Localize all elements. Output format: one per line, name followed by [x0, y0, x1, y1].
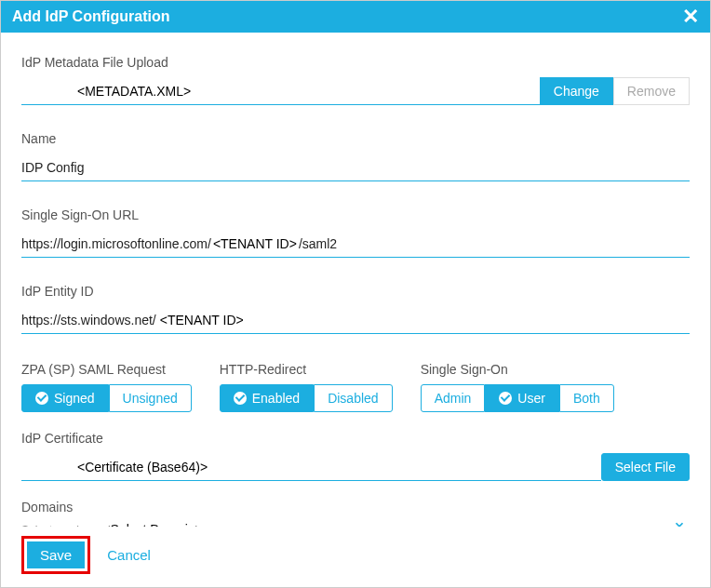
metadata-buttons: Change Remove	[540, 77, 690, 105]
modal-scroll[interactable]: IdP Metadata File Upload <METADATA.XML> …	[1, 33, 710, 527]
domains-select-label: Select a value	[21, 524, 91, 527]
http-disabled-button[interactable]: Disabled	[314, 384, 392, 412]
chevron-down-icon	[673, 518, 686, 527]
certificate-label: IdP Certificate	[21, 431, 690, 446]
idp-config-modal: Add IdP Configuration ✕ IdP Metadata Fil…	[0, 0, 711, 588]
sso-user-button[interactable]: User	[485, 384, 559, 412]
entity-id-placeholder: <TENANT ID>	[160, 313, 244, 327]
http-enabled-button[interactable]: Enabled	[220, 384, 314, 412]
certificate-value: <Certificate (Base64)>	[77, 460, 208, 474]
saml-request-toggle: Signed Unsigned	[21, 384, 192, 412]
check-icon	[234, 392, 247, 405]
toggle-row: ZPA (SP) SAML Request Signed Unsigned HT…	[21, 362, 690, 412]
modal-header: Add IdP Configuration ✕	[1, 1, 710, 33]
name-field[interactable]: IDP Config	[21, 154, 690, 181]
entity-id-prefix: https://sts.windows.net/	[21, 313, 156, 327]
sso-url-value: https://login.microsoftonline.com/ <TENA…	[21, 236, 337, 251]
domains-placeholder: <Select Domain>	[102, 522, 202, 527]
sso-url-field[interactable]: https://login.microsoftonline.com/ <TENA…	[21, 230, 690, 258]
single-signon-col: Single Sign-On Admin User Both	[421, 362, 614, 412]
metadata-file-row: <METADATA.XML> Change Remove	[21, 77, 690, 105]
sso-url-suffix: /saml2	[299, 236, 337, 251]
metadata-label: IdP Metadata File Upload	[21, 55, 690, 70]
saml-request-label: ZPA (SP) SAML Request	[21, 362, 192, 377]
http-redirect-toggle: Enabled Disabled	[220, 384, 393, 412]
sso-url-placeholder: <TENANT ID>	[213, 236, 297, 251]
remove-button[interactable]: Remove	[613, 77, 690, 105]
cancel-button[interactable]: Cancel	[107, 547, 151, 563]
sso-user-label: User	[517, 391, 545, 406]
sso-both-button[interactable]: Both	[559, 384, 614, 412]
single-signon-label: Single Sign-On	[421, 362, 614, 377]
close-icon[interactable]: ✕	[682, 5, 699, 29]
save-highlight: Save	[21, 536, 90, 574]
select-file-button[interactable]: Select File	[601, 453, 690, 481]
name-value: IDP Config	[21, 160, 84, 175]
check-icon	[499, 392, 512, 405]
metadata-filename: <METADATA.XML>	[77, 84, 191, 99]
http-redirect-label: HTTP-Redirect	[220, 362, 393, 377]
http-redirect-col: HTTP-Redirect Enabled Disabled	[220, 362, 393, 412]
saml-signed-button[interactable]: Signed	[21, 384, 109, 412]
name-label: Name	[21, 131, 690, 146]
domains-select[interactable]: Select a value <Select Domain>	[21, 522, 690, 527]
change-button[interactable]: Change	[540, 77, 613, 105]
certificate-field: <Certificate (Base64)>	[21, 453, 601, 481]
metadata-filename-field: <METADATA.XML>	[21, 77, 540, 105]
entity-id-field[interactable]: https://sts.windows.net/ <TENANT ID>	[21, 306, 690, 334]
domains-label: Domains	[21, 500, 690, 514]
sso-url-label: Single Sign-On URL	[21, 207, 690, 222]
sso-url-prefix: https://login.microsoftonline.com/	[21, 236, 211, 251]
saml-unsigned-button[interactable]: Unsigned	[109, 384, 192, 412]
modal-footer: Save Cancel	[1, 527, 710, 587]
check-icon	[35, 392, 48, 405]
entity-id-value: https://sts.windows.net/ <TENANT ID>	[21, 313, 246, 327]
http-enabled-label: Enabled	[252, 391, 300, 406]
modal-title: Add IdP Configuration	[12, 8, 169, 25]
entity-id-label: IdP Entity ID	[21, 284, 690, 299]
saml-request-col: ZPA (SP) SAML Request Signed Unsigned	[21, 362, 192, 412]
certificate-row: <Certificate (Base64)> Select File	[21, 453, 690, 481]
save-button[interactable]: Save	[27, 541, 85, 568]
sso-admin-button[interactable]: Admin	[421, 384, 486, 412]
modal-body: IdP Metadata File Upload <METADATA.XML> …	[1, 33, 710, 527]
single-signon-toggle: Admin User Both	[421, 384, 614, 412]
saml-signed-label: Signed	[54, 391, 95, 406]
